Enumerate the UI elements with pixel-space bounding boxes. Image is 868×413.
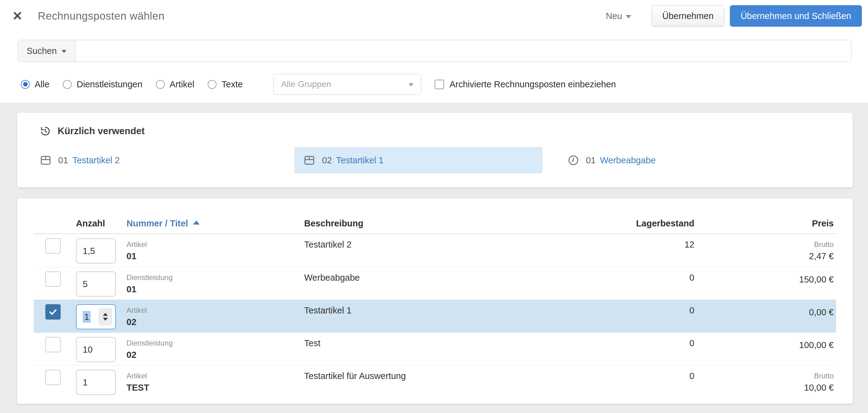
row-price: 100,00 € — [694, 338, 834, 352]
table-row[interactable]: 1,5 Artikel 01 Testartikel 2 12 Brutto 2… — [34, 234, 836, 267]
row-number: 02 — [126, 315, 304, 329]
quantity-stepper[interactable] — [99, 308, 112, 326]
stepper-down-icon[interactable] — [103, 318, 108, 323]
row-checkbox[interactable] — [45, 304, 61, 320]
chevron-down-icon — [62, 50, 66, 53]
recent-item[interactable]: 01 Werbeabgabe — [558, 147, 664, 173]
table-row[interactable]: 10 Dienstleistung 02 Test 0 100,00 € — [34, 332, 836, 365]
row-checkbox[interactable] — [45, 370, 61, 385]
quantity-input[interactable]: 5 — [76, 271, 116, 297]
box-icon — [303, 154, 316, 167]
recent-item-title: Testartikel 1 — [336, 155, 384, 166]
group-select[interactable]: Alle Gruppen — [274, 74, 421, 95]
recent-item[interactable]: 02 Testartikel 1 — [294, 147, 542, 173]
row-stock: 12 — [566, 234, 694, 250]
group-select-placeholder: Alle Gruppen — [281, 79, 405, 89]
row-stock: 0 — [566, 365, 694, 381]
radio-dienstleistungen[interactable]: Dienstleistungen — [63, 79, 142, 89]
radio-dot[interactable] — [156, 80, 165, 89]
items-table: Anzahl Nummer / Titel Beschreibung Lager… — [17, 199, 853, 404]
apply-button[interactable]: Übernehmen — [651, 5, 724, 27]
row-description: Testartikel 2 — [304, 234, 566, 250]
recent-item-title: Werbeabgabe — [600, 155, 656, 166]
row-stock: 0 — [566, 300, 694, 316]
row-number: TEST — [126, 381, 304, 394]
dialog-header: ✕ Rechnungsposten wählen Neu Übernehmen … — [0, 0, 868, 32]
neu-label: Neu — [606, 11, 622, 21]
row-description: Test — [304, 333, 566, 348]
row-type: Artikel — [126, 371, 304, 381]
archive-checkbox-label: Archivierte Rechnungsposten einbeziehen — [450, 79, 616, 89]
column-nummer-titel[interactable]: Nummer / Titel — [126, 218, 304, 229]
row-type: Dienstleistung — [126, 273, 304, 283]
row-number: 01 — [126, 249, 304, 263]
row-price: 0,00 € — [694, 305, 834, 319]
box-icon — [39, 154, 52, 167]
table-row[interactable]: 1 Artikel 02 Testartikel 1 0 0,00 € — [34, 300, 836, 332]
column-anzahl[interactable]: Anzahl — [76, 218, 126, 229]
search-bar: Suchen — [18, 40, 851, 62]
search-input[interactable] — [75, 40, 851, 62]
check-icon — [49, 307, 58, 317]
row-description: Testartikel für Auswertung — [304, 365, 566, 381]
radio-label: Artikel — [170, 79, 194, 89]
radio-texte[interactable]: Texte — [208, 79, 243, 89]
apply-and-close-button[interactable]: Übernehmen und Schließen — [730, 5, 862, 27]
neu-dropdown[interactable]: Neu — [606, 11, 631, 21]
table-row[interactable]: 5 Dienstleistung 01 Werbeabgabe 0 150,00… — [34, 267, 836, 300]
sort-asc-icon — [193, 220, 200, 225]
page-title: Rechnungsposten wählen — [38, 10, 165, 22]
close-icon[interactable]: ✕ — [9, 8, 26, 24]
radio-alle[interactable]: Alle — [21, 79, 49, 89]
radio-dot[interactable] — [21, 80, 30, 89]
checkbox[interactable] — [435, 80, 444, 89]
radio-dot[interactable] — [208, 80, 217, 89]
column-lagerbestand[interactable]: Lagerbestand — [566, 218, 694, 229]
row-price: 2,47 € — [694, 249, 834, 263]
history-icon — [39, 125, 52, 137]
recent-item-number: 02 — [322, 155, 332, 166]
row-price-prefix: Brutto — [694, 240, 834, 249]
row-checkbox[interactable] — [45, 271, 61, 287]
row-number: 02 — [126, 348, 304, 361]
quantity-input[interactable]: 10 — [76, 337, 116, 362]
row-type: Artikel — [126, 240, 304, 249]
table-header-row: Anzahl Nummer / Titel Beschreibung Lager… — [34, 199, 836, 234]
row-description: Testartikel 1 — [304, 300, 566, 316]
row-type: Dienstleistung — [126, 338, 304, 348]
search-scope-dropdown[interactable]: Suchen — [18, 40, 75, 62]
dialog: ✕ Rechnungsposten wählen Neu Übernehmen … — [0, 0, 868, 413]
radio-dot[interactable] — [63, 80, 72, 89]
row-stock: 0 — [566, 267, 694, 283]
recent-item-number: 01 — [586, 155, 596, 166]
search-scope-label: Suchen — [27, 46, 57, 56]
row-type: Artikel — [126, 305, 304, 315]
radio-artikel[interactable]: Artikel — [156, 79, 194, 89]
row-number: 01 — [126, 283, 304, 296]
column-beschreibung[interactable]: Beschreibung — [304, 218, 566, 229]
row-stock: 0 — [566, 333, 694, 348]
column-preis[interactable]: Preis — [694, 218, 834, 229]
chevron-down-icon — [409, 83, 413, 86]
row-description: Werbeabgabe — [304, 267, 566, 283]
recent-item-title: Testartikel 2 — [72, 155, 120, 166]
filter-bar: AlleDienstleistungenArtikelTexte Alle Gr… — [21, 74, 868, 94]
stepper-up-icon[interactable] — [103, 311, 108, 316]
recently-used-panel: Kürzlich verwendet 01 Testartikel 2 02 T… — [17, 113, 853, 187]
row-price-prefix: Brutto — [694, 371, 834, 381]
chevron-down-icon — [626, 15, 631, 19]
quantity-input[interactable]: 1 — [76, 370, 116, 395]
table-row[interactable]: 1 Artikel TEST Testartikel für Auswertun… — [34, 365, 836, 398]
recent-item[interactable]: 01 Testartikel 2 — [31, 147, 128, 173]
clock-icon — [567, 154, 580, 167]
row-price: 10,00 € — [694, 381, 834, 394]
quantity-input[interactable]: 1 — [76, 304, 116, 329]
row-checkbox[interactable] — [45, 238, 61, 254]
recent-item-number: 01 — [58, 155, 68, 166]
archive-checkbox[interactable]: Archivierte Rechnungsposten einbeziehen — [435, 79, 616, 89]
quantity-input[interactable]: 1,5 — [76, 238, 116, 264]
radio-label: Dienstleistungen — [76, 79, 142, 89]
dialog-content: Kürzlich verwendet 01 Testartikel 2 02 T… — [0, 102, 868, 413]
row-checkbox[interactable] — [45, 337, 61, 352]
row-price: 150,00 € — [694, 273, 834, 286]
